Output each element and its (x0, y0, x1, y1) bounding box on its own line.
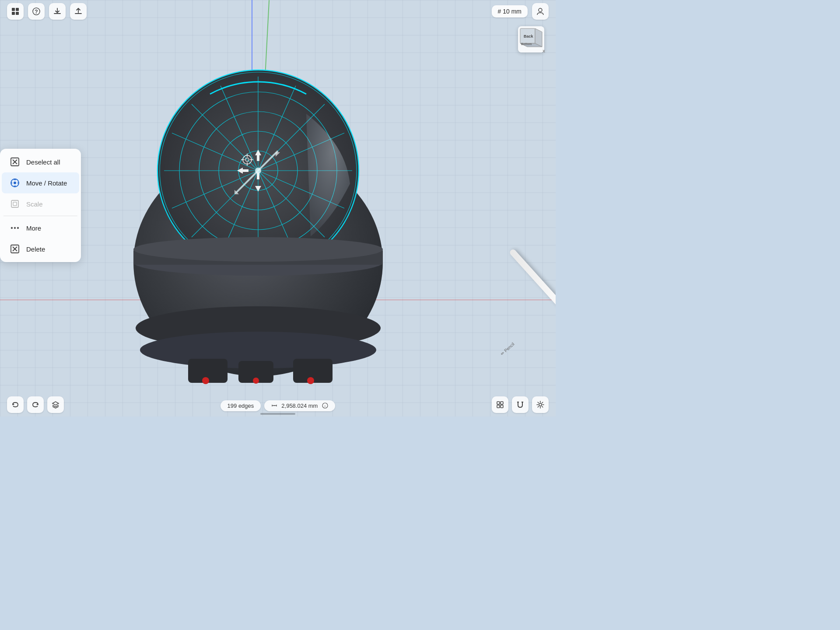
redo-button[interactable] (27, 396, 44, 413)
svg-point-7 (202, 377, 209, 384)
help-button[interactable]: ? (28, 3, 45, 20)
svg-rect-82 (497, 402, 500, 404)
download-icon (53, 7, 62, 16)
dimension-info: 2,958.024 mm i (264, 400, 335, 411)
svg-point-73 (14, 227, 16, 229)
deselect-all-item[interactable]: Deselect all (2, 151, 79, 172)
scale-label: Scale (26, 200, 43, 208)
help-icon: ? (32, 7, 41, 16)
bottom-right-buttons (492, 396, 549, 413)
svg-rect-53 (12, 8, 15, 11)
pencil-label: ✏ Pencil (500, 342, 515, 357)
apple-pencil: ✏ Pencil (508, 250, 514, 382)
delete-label: Delete (26, 245, 45, 253)
edges-info: 199 edges (220, 400, 261, 411)
svg-rect-55 (12, 12, 15, 15)
svg-point-88 (539, 403, 542, 406)
svg-rect-70 (11, 200, 18, 207)
svg-rect-38 (257, 154, 259, 161)
scale-icon (9, 198, 21, 210)
layers-button[interactable] (47, 396, 64, 413)
object-library-button[interactable] (492, 396, 508, 413)
viewport[interactable]: ✏ Pencil (0, 0, 556, 416)
move-rotate-icon (9, 177, 21, 189)
scale-item[interactable]: Scale (2, 193, 79, 214)
bottom-toolbar: 199 edges 2,958.024 mm i (0, 395, 556, 416)
share-icon (74, 7, 83, 16)
svg-point-8 (253, 378, 259, 384)
svg-point-35 (133, 237, 383, 262)
delete-item[interactable]: Delete (2, 238, 79, 259)
grid-icon (11, 7, 20, 16)
object-library-icon (496, 400, 504, 409)
dimension-value: 2,958.024 mm (281, 402, 318, 409)
toolbar-right: # 10 mm (492, 3, 549, 20)
svg-point-59 (539, 8, 542, 12)
nav-cube-back[interactable]: Back Bottom (518, 26, 544, 52)
nav-cube-x-label: X (542, 49, 545, 53)
ruler-icon (271, 402, 277, 409)
undo-button[interactable] (7, 396, 24, 413)
magnet-icon (516, 400, 525, 409)
scroll-indicator (260, 413, 295, 415)
more-icon (9, 222, 21, 234)
download-button[interactable] (49, 3, 66, 20)
nav-cube[interactable]: Back Bottom X (518, 26, 549, 57)
svg-text:?: ? (35, 9, 38, 15)
svg-point-74 (17, 227, 19, 229)
svg-rect-54 (16, 8, 19, 11)
svg-rect-83 (500, 402, 503, 404)
svg-point-69 (14, 182, 16, 184)
grid-size-button[interactable]: # 10 mm (492, 5, 528, 18)
svg-rect-40 (257, 172, 259, 179)
svg-rect-84 (497, 405, 500, 408)
svg-rect-85 (500, 405, 503, 408)
nav-cube-svg: Back Bottom (518, 27, 544, 52)
profile-icon (536, 7, 545, 16)
deselect-all-label: Deselect all (26, 158, 60, 166)
svg-point-72 (11, 227, 13, 229)
layers-icon (52, 401, 60, 409)
top-toolbar: ? # 10 mm (0, 0, 556, 23)
undo-icon (11, 401, 19, 409)
more-label: More (26, 224, 41, 232)
delete-icon (9, 243, 21, 255)
redo-icon (32, 401, 39, 409)
edges-count: 199 edges (228, 402, 254, 409)
move-rotate-label: Move / Rotate (26, 179, 67, 187)
share-button[interactable] (70, 3, 87, 20)
menu-separator (4, 216, 77, 216)
svg-rect-56 (16, 12, 19, 15)
profile-button[interactable] (532, 3, 549, 20)
svg-point-9 (307, 377, 314, 384)
context-menu: Deselect all Move / Rotate Scale (0, 149, 81, 262)
svg-text:i: i (325, 404, 326, 408)
info-icon: i (322, 402, 328, 409)
svg-text:Back: Back (524, 34, 534, 38)
grid-button[interactable] (7, 3, 24, 20)
scene-svg (79, 35, 438, 394)
svg-text:Bottom: Bottom (521, 42, 532, 46)
deselect-icon (9, 156, 21, 168)
more-item[interactable]: More (2, 217, 79, 238)
magnet-button[interactable] (512, 396, 528, 413)
bottom-left-buttons (7, 396, 64, 413)
settings-icon (536, 400, 545, 409)
move-rotate-item[interactable]: Move / Rotate (2, 172, 79, 193)
svg-rect-42 (242, 169, 248, 172)
svg-rect-71 (13, 202, 17, 206)
settings-button[interactable] (532, 396, 549, 413)
